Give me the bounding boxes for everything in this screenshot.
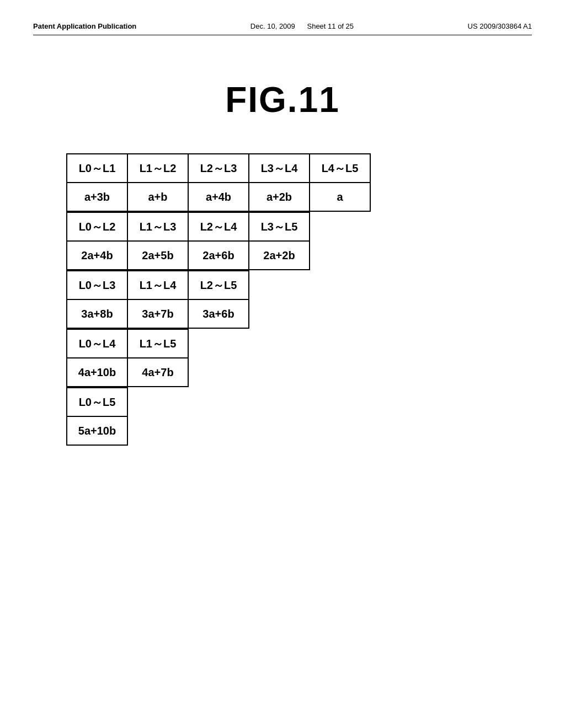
header-date: Dec. 10, 2009 Sheet 11 of 25 bbox=[250, 22, 354, 30]
table-group-4: L0～L4 L1～L5 4a+10b 4a+7b bbox=[66, 329, 189, 387]
cell-h-l0l1: L0～L1 bbox=[67, 154, 127, 183]
cell-h-l1l4: L1～L4 bbox=[127, 271, 188, 299]
header-patent-number: US 2009/303864 A1 bbox=[468, 22, 532, 30]
page-header: Patent Application Publication Dec. 10, … bbox=[33, 22, 532, 35]
table-row: 4a+10b 4a+7b bbox=[67, 358, 188, 387]
figure-title: FIG.11 bbox=[33, 79, 532, 120]
table-row: a+3b a+b a+4b a+2b a bbox=[67, 183, 370, 211]
table-group-5: L0～L5 5a+10b bbox=[66, 387, 128, 446]
table-row: L0～L3 L1～L4 L2～L5 bbox=[67, 271, 249, 299]
sheet-info: Sheet 11 of 25 bbox=[307, 22, 354, 30]
table-row: L0～L1 L1～L2 L2～L3 L3～L4 L4～L5 bbox=[67, 154, 370, 183]
table-row: L0～L2 L1～L3 L2～L4 L3～L5 bbox=[67, 212, 310, 241]
table-group-3: L0～L3 L1～L4 L2～L5 3a+8b 3a+7b 3a+6b bbox=[66, 270, 249, 329]
cell-h-l0l5: L0～L5 bbox=[67, 388, 127, 416]
cell-v-2a2b: 2a+2b bbox=[249, 241, 310, 270]
cell-v-4a10b: 4a+10b bbox=[67, 358, 127, 387]
cell-v-a2b: a+2b bbox=[249, 183, 310, 211]
cell-h-l0l2: L0～L2 bbox=[67, 212, 127, 241]
cell-h-l0l3: L0～L3 bbox=[67, 271, 127, 299]
table-row: 2a+4b 2a+5b 2a+6b 2a+2b bbox=[67, 241, 310, 270]
cell-h-l1l3: L1～L3 bbox=[127, 212, 188, 241]
cell-v-a3b: a+3b bbox=[67, 183, 127, 211]
cell-h-l1l5: L1～L5 bbox=[127, 329, 188, 358]
cell-h-l4l5: L4～L5 bbox=[310, 154, 370, 183]
cell-v-2a6b: 2a+6b bbox=[188, 241, 249, 270]
cell-h-l1l2: L1～L2 bbox=[127, 154, 188, 183]
cell-h-l2l3: L2～L3 bbox=[188, 154, 249, 183]
cell-v-3a7b: 3a+7b bbox=[127, 299, 188, 328]
cell-v-a4b: a+4b bbox=[188, 183, 249, 211]
cell-v-2a5b: 2a+5b bbox=[127, 241, 188, 270]
cell-h-l2l5: L2～L5 bbox=[188, 271, 249, 299]
cell-v-2a4b: 2a+4b bbox=[67, 241, 127, 270]
cell-v-3a6b: 3a+6b bbox=[188, 299, 249, 328]
cell-v-a: a bbox=[310, 183, 370, 211]
table-row: L0～L5 bbox=[67, 388, 127, 416]
cell-v-ab: a+b bbox=[127, 183, 188, 211]
table-group-1: L0～L1 L1～L2 L2～L3 L3～L4 L4～L5 a+3b a+b a… bbox=[66, 153, 371, 212]
page: Patent Application Publication Dec. 10, … bbox=[0, 0, 565, 728]
cell-h-l0l4: L0～L4 bbox=[67, 329, 127, 358]
cell-v-3a8b: 3a+8b bbox=[67, 299, 127, 328]
table-row: L0～L4 L1～L5 bbox=[67, 329, 188, 358]
cell-h-l2l4: L2～L4 bbox=[188, 212, 249, 241]
main-table: L0～L1 L1～L2 L2～L3 L3～L4 L4～L5 a+3b a+b a… bbox=[66, 153, 532, 446]
cell-h-l3l5: L3～L5 bbox=[249, 212, 310, 241]
header-publication-label: Patent Application Publication bbox=[33, 22, 136, 30]
cell-v-4a7b: 4a+7b bbox=[127, 358, 188, 387]
table-row: 5a+10b bbox=[67, 416, 127, 445]
table-row: 3a+8b 3a+7b 3a+6b bbox=[67, 299, 249, 328]
table-group-2: L0～L2 L1～L3 L2～L4 L3～L5 2a+4b 2a+5b 2a+6… bbox=[66, 212, 310, 270]
cell-v-5a10b: 5a+10b bbox=[67, 416, 127, 445]
cell-h-l3l4: L3～L4 bbox=[249, 154, 310, 183]
